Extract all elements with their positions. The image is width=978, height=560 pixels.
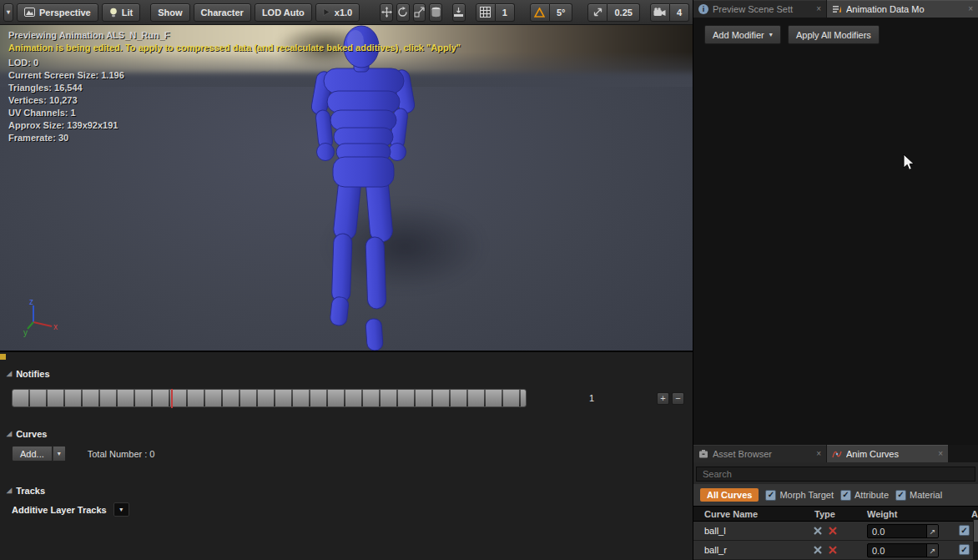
curve-editor-button[interactable]: ↗ [926, 525, 938, 537]
auto-checkbox[interactable]: ✓ [959, 525, 970, 536]
curve-name: ball_l [704, 526, 726, 536]
playback-speed-button[interactable]: x1.0 [315, 3, 360, 22]
additive-tracks-row: Additive Layer Tracks ▾ [12, 502, 129, 517]
attribute-checkbox[interactable]: ✓ [840, 490, 851, 501]
tab-label: Preview Scene Sett [713, 4, 812, 14]
expander-icon: ◢ [7, 371, 12, 377]
axis-y-label: y [23, 328, 28, 337]
viewport-options-button[interactable]: ▾ [3, 3, 13, 22]
scale-snap-button[interactable] [587, 3, 607, 22]
angle-triangle-icon [534, 8, 545, 18]
column-type: Type [814, 509, 835, 519]
scrollbar-thumb[interactable] [974, 520, 978, 542]
auto-checkbox[interactable]: ✓ [959, 544, 970, 555]
info-icon: i [698, 4, 708, 14]
lod-auto-label: LOD Auto [262, 8, 305, 18]
curve-list-scrollbar[interactable] [973, 519, 978, 560]
curves-label: Curves [16, 429, 47, 439]
notify-track-row: 1 + − [12, 388, 684, 408]
curve-row-ball-r[interactable]: ball_r 0.0 ↗ ✓ [693, 541, 978, 560]
surface-snap-button[interactable] [452, 3, 466, 22]
curves-add-row: Add... ▾ Total Number : 0 [12, 446, 154, 462]
character-button[interactable]: Character [194, 3, 251, 22]
morph-target-filter[interactable]: ✓ Morph Target [765, 490, 834, 501]
scale-snap-group: 0.25 [587, 3, 639, 22]
lightbulb-icon [109, 8, 118, 18]
playback-speed-value: x1.0 [335, 8, 352, 18]
tracks-label: Tracks [16, 486, 45, 496]
weight-field[interactable]: 0.0 ↗ [867, 543, 939, 557]
tab-animation-data-modifiers[interactable]: Animation Data Mo × [827, 0, 978, 18]
scale-snap-value-button[interactable]: 0.25 [607, 3, 639, 22]
curve-table-header: Curve Name Type Weight A [693, 506, 978, 522]
surface-snap-icon [453, 7, 464, 18]
weight-field[interactable]: 0.0 ↗ [867, 524, 939, 538]
show-button[interactable]: Show [150, 3, 189, 22]
notify-track[interactable] [12, 389, 527, 407]
tracks-section-header[interactable]: ◢ Tracks [7, 486, 45, 496]
axis-x-label: x [53, 322, 58, 331]
notifies-section-header[interactable]: ◢ Notifies [7, 369, 50, 379]
tab-label: Anim Curves [846, 449, 934, 459]
rotate-tool-button[interactable] [396, 3, 410, 22]
camera-speed-value-button[interactable]: 4 [670, 3, 689, 22]
all-curves-filter-button[interactable]: All Curves [700, 488, 759, 502]
lit-button[interactable]: Lit [102, 3, 140, 22]
grid-snap-group: 1 [476, 3, 515, 22]
cylinder-icon [431, 7, 441, 18]
translate-tool-button[interactable] [380, 3, 393, 22]
edit-warning-text: Animation is being edited. To apply to c… [8, 42, 461, 54]
material-checkbox[interactable]: ✓ [895, 490, 906, 501]
curves-section-header[interactable]: ◢ Curves [7, 429, 47, 439]
material-filter[interactable]: ✓ Material [895, 490, 942, 501]
perspective-button[interactable]: Perspective [17, 3, 98, 22]
mouse-cursor [903, 154, 915, 172]
attribute-filter[interactable]: ✓ Attribute [840, 490, 889, 501]
grid-snap-value-button[interactable]: 1 [496, 3, 515, 22]
play-icon [323, 8, 330, 16]
rotation-snap-value: 5° [557, 8, 566, 18]
close-icon[interactable]: × [938, 450, 943, 458]
camera-speed-button[interactable] [650, 3, 670, 22]
curve-editor-button[interactable]: ↗ [926, 544, 938, 557]
anim-data-modifier-icon [832, 4, 842, 14]
add-modifier-button[interactable]: Add Modifier ▾ [704, 25, 781, 44]
coordinate-system-button[interactable] [429, 3, 442, 22]
close-icon[interactable]: × [816, 450, 821, 458]
chevron-down-icon: ▾ [7, 9, 10, 16]
show-label: Show [158, 8, 182, 18]
close-icon[interactable]: × [816, 5, 821, 13]
rotation-snap-value-button[interactable]: 5° [550, 3, 573, 22]
tab-preview-scene-settings[interactable]: i Preview Scene Sett × [693, 0, 826, 18]
lod-auto-button[interactable]: LOD Auto [255, 3, 312, 22]
tab-label: Animation Data Mo [846, 4, 964, 14]
tab-asset-browser[interactable]: Asset Browser × [693, 445, 826, 462]
apply-all-modifiers-button[interactable]: Apply All Modifiers [788, 25, 880, 44]
stat-triangles: Triangles: 16,544 [8, 82, 461, 94]
grid-snap-button[interactable] [476, 3, 496, 22]
stat-approx-size: Approx Size: 139x92x191 [8, 119, 461, 132]
add-curve-dropdown-button[interactable]: ▾ [53, 446, 66, 462]
additive-tracks-dropdown-button[interactable]: ▾ [113, 502, 129, 517]
close-icon[interactable]: × [968, 5, 973, 13]
curve-row-ball-l[interactable]: ball_l 0.0 ↗ ✓ [693, 522, 978, 541]
anim-curves-panel: Asset Browser × Anim Curves × All Curves… [693, 445, 978, 560]
right-dock: i Preview Scene Sett × Animation Data Mo… [693, 0, 978, 560]
tab-anim-curves[interactable]: Anim Curves × [827, 445, 948, 462]
column-weight: Weight [867, 509, 897, 519]
animation-data-modifiers-panel: i Preview Scene Sett × Animation Data Mo… [693, 0, 978, 445]
curve-name: ball_r [704, 545, 727, 555]
playhead[interactable] [171, 389, 173, 408]
add-curve-button[interactable]: Add... [12, 446, 53, 462]
rotation-snap-button[interactable] [530, 3, 550, 22]
scale-tool-button[interactable] [413, 3, 426, 22]
morph-target-checkbox[interactable]: ✓ [765, 490, 776, 501]
diagonal-scale-icon [592, 7, 603, 18]
panel-accent [0, 354, 6, 360]
perspective-icon [24, 8, 35, 17]
preview-viewport[interactable]: Previewing Animation ALS_N_Run_F Animati… [0, 25, 693, 351]
remove-notify-track-button[interactable]: − [672, 392, 684, 405]
column-auto: A [971, 509, 978, 519]
add-notify-track-button[interactable]: + [657, 392, 669, 405]
search-input[interactable] [696, 467, 975, 482]
